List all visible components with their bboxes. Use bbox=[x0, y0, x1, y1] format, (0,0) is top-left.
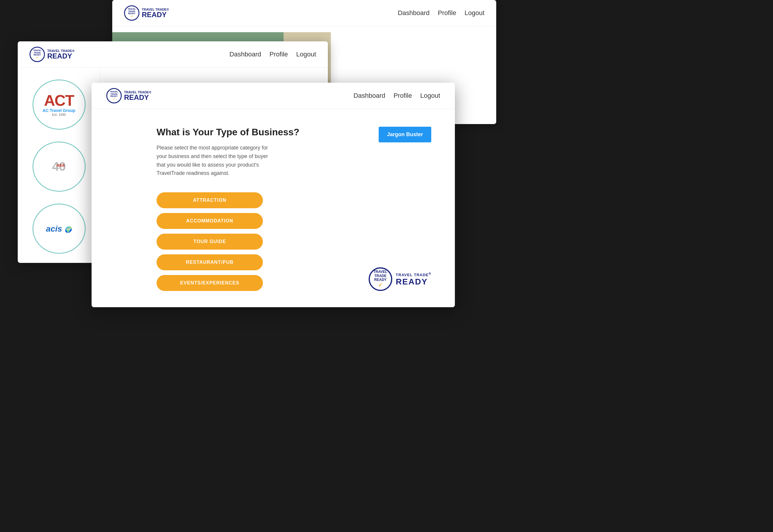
act-abbr: ACT bbox=[43, 93, 75, 108]
back-nav-dashboard[interactable]: Dashboard bbox=[398, 9, 430, 17]
front-nav-logout[interactable]: Logout bbox=[420, 92, 440, 100]
back-logo-badge: TRAVELTRADEREADY ✓ bbox=[124, 5, 139, 21]
act-est: Est. 1990 bbox=[43, 113, 75, 116]
back-nav-logout[interactable]: Logout bbox=[465, 9, 484, 17]
footer-ttr-text: TRAVEL TRADE bbox=[370, 270, 391, 278]
act-company-name: AC Travel Group bbox=[43, 108, 75, 113]
restaurant-pub-button[interactable]: RESTAURANT/PUB bbox=[157, 254, 263, 270]
acis-avatar[interactable]: acis 🌍 bbox=[32, 204, 86, 254]
tour-guide-button[interactable]: TOUR GUIDE bbox=[157, 234, 263, 250]
front-logo-badge: TRAVELTRADEREADY ✓ bbox=[106, 88, 122, 103]
mid-nav-profile[interactable]: Profile bbox=[269, 51, 288, 58]
mid-sidebar: ACT AC Travel Group Est. 1990 40 asa aci… bbox=[18, 68, 100, 263]
back-nav-profile[interactable]: Profile bbox=[438, 9, 456, 17]
num40-logo: 40 asa bbox=[52, 160, 66, 173]
front-nav-dashboard[interactable]: Dashboard bbox=[354, 92, 385, 100]
question-description: Please select the most appropriate categ… bbox=[157, 144, 269, 178]
mid-logo-text: TRAVEL TRADE® READY bbox=[47, 49, 74, 60]
asa-badge: asa bbox=[57, 163, 65, 167]
footer-brand-text: TRAVEL TRADE® READY bbox=[396, 272, 431, 287]
back-nav-links: Dashboard Profile Logout bbox=[398, 9, 484, 17]
front-nav-links: Dashboard Profile Logout bbox=[354, 92, 440, 100]
jargon-buster-button[interactable]: Jargon Buster bbox=[379, 127, 431, 142]
events-experiences-button[interactable]: EVENTS/EXPERIENCES bbox=[157, 275, 263, 291]
footer-check-icon: ✓ bbox=[378, 282, 383, 288]
back-logo-text: TRAVEL TRADE® READY bbox=[142, 8, 169, 18]
front-main-content: Jargon Buster What is Your Type of Busin… bbox=[92, 109, 455, 303]
footer-logo: TRAVEL TRADE READY ✓ TRAVEL TRADE® READY bbox=[369, 267, 431, 291]
attraction-button[interactable]: ATTRACTION bbox=[157, 192, 263, 208]
business-type-buttons: ATTRACTION ACCOMMODATION TOUR GUIDE REST… bbox=[157, 192, 263, 291]
back-logo: TRAVELTRADEREADY ✓ TRAVEL TRADE® READY bbox=[124, 5, 169, 21]
acis-name: acis bbox=[46, 224, 62, 233]
act-logo: ACT AC Travel Group Est. 1990 bbox=[43, 93, 75, 116]
mid-nav-logout[interactable]: Logout bbox=[296, 51, 316, 58]
mid-nav-links: Dashboard Profile Logout bbox=[230, 51, 316, 58]
footer-ready-text: READY bbox=[374, 278, 387, 282]
front-logo-text: TRAVEL TRADE® READY bbox=[124, 91, 151, 101]
num40-avatar[interactable]: 40 asa bbox=[32, 141, 86, 192]
mid-logo: TRAVELTRADEREADY ✓ TRAVEL TRADE® READY bbox=[30, 47, 74, 62]
acis-logo: acis 🌍 bbox=[46, 224, 72, 234]
mid-nav-dashboard[interactable]: Dashboard bbox=[230, 51, 261, 58]
act-avatar[interactable]: ACT AC Travel Group Est. 1990 bbox=[32, 79, 86, 130]
front-window: TRAVELTRADEREADY ✓ TRAVEL TRADE® READY D… bbox=[92, 83, 455, 307]
front-nav: TRAVELTRADEREADY ✓ TRAVEL TRADE® READY D… bbox=[92, 83, 455, 109]
front-logo: TRAVELTRADEREADY ✓ TRAVEL TRADE® READY bbox=[106, 88, 151, 103]
back-nav: TRAVELTRADEREADY ✓ TRAVEL TRADE® READY D… bbox=[112, 0, 496, 26]
accommodation-button[interactable]: ACCOMMODATION bbox=[157, 213, 263, 229]
mid-nav: TRAVELTRADEREADY ✓ TRAVEL TRADE® READY D… bbox=[18, 41, 328, 68]
front-nav-profile[interactable]: Profile bbox=[393, 92, 412, 100]
footer-ttr-badge: TRAVEL TRADE READY ✓ bbox=[369, 267, 392, 291]
mid-logo-badge: TRAVELTRADEREADY ✓ bbox=[30, 47, 45, 62]
